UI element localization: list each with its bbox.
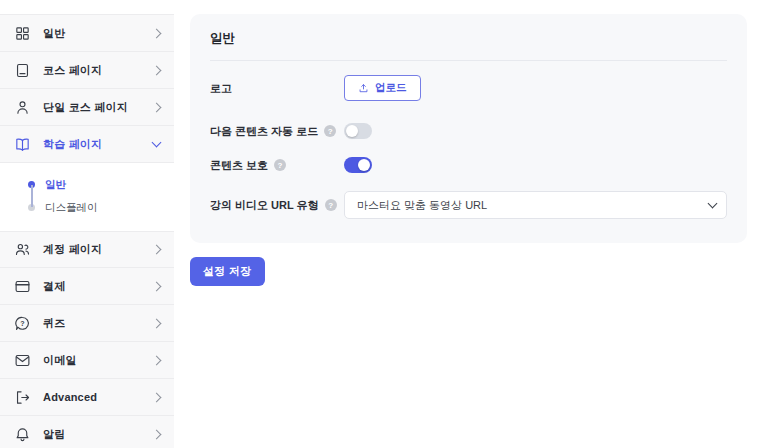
auto-load-field-label: 다음 콘텐츠 자동 로드 ? [210,124,344,139]
svg-text:?: ? [20,319,24,327]
sidebar-item-label: Advanced [43,391,97,403]
sidebar-item-quiz[interactable]: ? 퀴즈 [0,305,174,342]
sidebar-item-notification[interactable]: 알림 [0,416,174,448]
sidebar-item-course-page[interactable]: 코스 페이지 [0,52,174,89]
auto-load-field-row: 다음 콘텐츠 자동 로드 ? [210,123,727,139]
chevron-right-icon [152,245,162,255]
chevron-down-icon [152,137,162,147]
content-protection-field-row: 콘텐츠 보호 ? [210,157,727,173]
settings-main: 일반 로고 업로드 다음 콘텐츠 자동 로드 ? [174,0,768,448]
help-icon[interactable]: ? [274,159,286,171]
sidebar-item-label: 퀴즈 [43,316,65,331]
video-url-type-select[interactable]: 마스터요 맞춤 동영상 URL [344,191,727,219]
sidebar-item-account-page[interactable]: 계정 페이지 [0,231,174,268]
credit-card-icon [14,278,31,295]
upload-button[interactable]: 업로드 [344,75,421,101]
chevron-right-icon [152,281,162,291]
sidebar-item-label: 단일 코스 페이지 [43,100,128,115]
logo-field-row: 로고 업로드 [210,75,727,101]
sidebar-item-single-course-page[interactable]: 단일 코스 페이지 [0,89,174,126]
help-icon[interactable]: ? [324,125,336,137]
book-icon [14,62,31,79]
submenu-item-display[interactable]: 디스플레이 [0,196,174,219]
content-protection-field-label: 콘텐츠 보호 ? [210,158,344,173]
video-url-type-field-row: 강의 비디오 URL 유형 ? 마스터요 맞춤 동영상 URL [210,191,727,219]
chevron-right-icon [152,355,162,365]
export-arrow-icon [14,389,31,406]
content-protection-toggle[interactable] [344,157,372,173]
save-settings-button[interactable]: 설정 저장 [190,257,265,286]
submenu-item-general[interactable]: 일반 [0,173,174,196]
sidebar-item-payments[interactable]: 결제 [0,268,174,305]
submenu-connector-line [31,185,33,207]
section-divider [210,60,727,61]
sidebar-item-learn-page[interactable]: 학습 페이지 [0,126,174,163]
sidebar-item-label: 계정 페이지 [43,242,102,257]
chevron-right-icon [152,392,162,402]
sidebar-top-divider [0,0,174,15]
upload-icon [358,83,369,94]
chevron-right-icon [152,65,162,75]
toggle-knob [358,159,370,171]
section-title: 일반 [210,30,727,47]
toggle-knob [346,125,358,137]
video-url-type-field-label: 강의 비디오 URL 유형 ? [210,198,344,213]
chevron-right-icon [152,102,162,112]
open-book-icon [14,136,31,153]
learn-page-submenu: 일반 디스플레이 [0,163,174,231]
chevron-right-icon [152,429,162,439]
sidebar-item-emails[interactable]: 이메일 [0,342,174,379]
help-icon[interactable]: ? [325,199,337,211]
auto-load-toggle[interactable] [344,123,372,139]
select-value: 마스터요 맞춤 동영상 URL [357,198,487,213]
users-icon [14,241,31,258]
chevron-right-icon [152,318,162,328]
settings-sidebar: 일반 코스 페이지 단일 코스 페이지 학습 페이지 [0,0,174,448]
user-icon [14,99,31,116]
chevron-down-icon [708,199,718,209]
chevron-right-icon [152,28,162,38]
sidebar-item-label: 일반 [43,26,65,41]
sidebar-item-label: 알림 [43,427,65,442]
sidebar-item-label: 이메일 [43,353,77,368]
mail-icon [14,352,31,369]
sidebar-item-label: 결제 [43,279,65,294]
sidebar-item-general[interactable]: 일반 [0,15,174,52]
sidebar-item-label: 학습 페이지 [43,137,102,152]
general-settings-card: 일반 로고 업로드 다음 콘텐츠 자동 로드 ? [190,14,747,243]
dashboard-icon [14,25,31,42]
logo-field-label: 로고 [210,81,344,96]
settings-page: 일반 코스 페이지 단일 코스 페이지 학습 페이지 [0,0,768,448]
sidebar-item-advanced[interactable]: Advanced [0,379,174,416]
bell-icon [14,426,31,443]
quiz-bubble-icon: ? [14,315,31,332]
sidebar-item-label: 코스 페이지 [43,63,102,78]
